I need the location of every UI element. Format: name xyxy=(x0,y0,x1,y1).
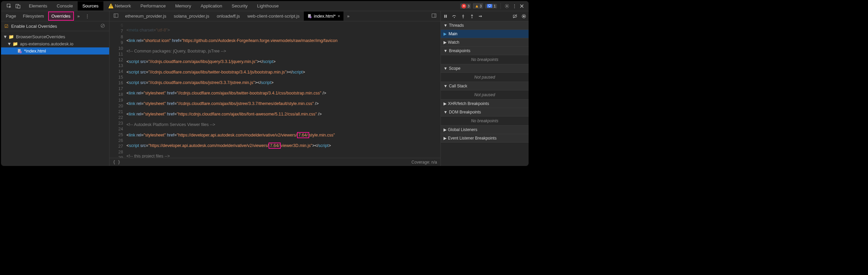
svg-rect-14 xyxy=(446,15,447,18)
chevron-right-icon[interactable]: » xyxy=(75,14,82,19)
svg-point-6 xyxy=(19,51,22,53)
line-gutter: 6789101112131415161718192021222324252627… xyxy=(110,21,126,158)
file-tab-2[interactable]: onloadwff.js xyxy=(213,12,243,21)
svg-point-15 xyxy=(454,17,455,18)
main-area: Page Filesystem Overrides » ⋮ ☑ Enable L… xyxy=(1,11,529,166)
section-scope[interactable]: ▼Scope xyxy=(441,64,529,73)
debugger-panel: ▼Threads ▶Main ▶Watch ▼Breakpoints No br… xyxy=(440,11,529,166)
deactivate-breakpoints-icon[interactable] xyxy=(512,14,518,19)
step-over-icon[interactable] xyxy=(452,14,457,19)
section-label: Watch xyxy=(448,40,459,45)
section-label: XHR/fetch Breakpoints xyxy=(448,101,489,106)
pretty-print-icon[interactable]: { } xyxy=(113,160,120,165)
file-tab-3[interactable]: web-client-content-script.js xyxy=(244,12,303,21)
info-icon: 🗩 xyxy=(487,4,492,8)
chevron-right-icon: ▶ xyxy=(443,127,447,132)
show-debugger-icon[interactable] xyxy=(429,13,439,19)
svg-rect-13 xyxy=(445,15,446,18)
tab-elements[interactable]: Elements xyxy=(24,1,52,10)
svg-point-3 xyxy=(506,5,508,7)
step-into-icon[interactable] xyxy=(460,14,466,19)
more-icon[interactable]: ⋮ xyxy=(512,3,517,9)
section-global[interactable]: ▶Global Listeners xyxy=(441,126,529,134)
clear-icon[interactable] xyxy=(100,23,106,29)
file-tab-0[interactable]: ethereum_provider.js xyxy=(122,12,170,21)
thread-label: Main xyxy=(449,31,457,36)
tab-sources[interactable]: Sources xyxy=(78,1,103,10)
tab-security[interactable]: Security xyxy=(227,1,252,10)
tab-lighthouse[interactable]: Lighthouse xyxy=(252,1,283,10)
expand-icon: ▼ xyxy=(3,34,6,39)
current-thread-icon: ▶ xyxy=(443,31,447,36)
chevron-right-icon: ▶ xyxy=(443,136,447,141)
file-tab-4[interactable]: index.html* × xyxy=(304,12,344,21)
section-xhr[interactable]: ▶XHR/fetch Breakpoints xyxy=(441,100,529,108)
more-options-icon[interactable]: ⋮ xyxy=(82,14,92,19)
svg-rect-11 xyxy=(432,14,436,18)
warning-count: 3 xyxy=(480,4,482,8)
editor-footer: { } Coverage: n/a xyxy=(110,158,440,166)
step-icon[interactable] xyxy=(478,14,484,19)
section-threads[interactable]: ▼Threads xyxy=(441,21,529,30)
nav-tab-overrides[interactable]: Overrides xyxy=(48,12,74,21)
file-tabs: ethereum_provider.js solana_provider.js … xyxy=(110,11,440,21)
tree-folder-root[interactable]: ▼ 📁 BrowserSourceOverrides xyxy=(1,33,109,40)
editor-panel: ethereum_provider.js solana_provider.js … xyxy=(110,11,440,166)
device-toolbar-icon[interactable] xyxy=(15,3,21,9)
chevron-down-icon: ▼ xyxy=(443,110,448,114)
tree-folder-domain[interactable]: ▼ 📁 aps-extensions.autodesk.io xyxy=(1,40,109,47)
separator xyxy=(500,3,501,9)
enable-overrides-label: Enable Local Overrides xyxy=(11,24,98,29)
settings-icon[interactable] xyxy=(504,3,510,9)
section-breakpoints[interactable]: ▼Breakpoints xyxy=(441,47,529,55)
info-count: 1 xyxy=(494,4,496,8)
info-count-badge[interactable]: 🗩1 xyxy=(485,4,497,8)
show-navigator-icon[interactable] xyxy=(111,13,121,19)
chevron-right-icon: ▶ xyxy=(443,40,447,45)
highlighted-version-1: 7.64/ xyxy=(297,132,309,138)
section-eventlistener[interactable]: ▶Event Listener Breakpoints xyxy=(441,134,529,143)
thread-main[interactable]: ▶Main xyxy=(441,30,529,38)
navigator-panel: Page Filesystem Overrides » ⋮ ☑ Enable L… xyxy=(1,11,110,166)
checkbox-checked-icon[interactable]: ☑ xyxy=(4,24,8,29)
enable-overrides-row: ☑ Enable Local Overrides xyxy=(1,21,109,31)
step-out-icon[interactable] xyxy=(469,14,475,19)
tab-memory[interactable]: Memory xyxy=(171,1,196,10)
tab-console[interactable]: Console xyxy=(52,1,78,10)
folder-icon: 📁 xyxy=(13,41,18,46)
error-count-badge[interactable]: ✕3 xyxy=(460,3,471,9)
folder-icon: 📁 xyxy=(8,34,14,39)
file-tab-1[interactable]: solana_provider.js xyxy=(170,12,213,21)
tab-network[interactable]: ⚠️Network xyxy=(103,1,136,10)
file-icon xyxy=(307,14,312,19)
section-watch[interactable]: ▶Watch xyxy=(441,38,529,47)
warning-count-badge[interactable]: ▲3 xyxy=(473,3,483,9)
navigator-tabs: Page Filesystem Overrides » ⋮ xyxy=(1,11,109,21)
expand-icon: ▼ xyxy=(7,41,11,46)
callstack-not-paused: Not paused xyxy=(441,90,529,100)
error-icon: ✕ xyxy=(461,4,466,8)
section-label: Global Listeners xyxy=(448,127,477,132)
error-count: 3 xyxy=(468,4,470,8)
section-dom[interactable]: ▼DOM Breakpoints xyxy=(441,108,529,117)
chevron-right-icon: ▶ xyxy=(443,101,447,106)
nav-tab-page[interactable]: Page xyxy=(2,12,19,21)
file-tab-label: index.html* xyxy=(314,14,336,19)
close-tab-icon[interactable]: × xyxy=(338,14,340,19)
main-tabbar: Elements Console Sources ⚠️Network Perfo… xyxy=(1,1,529,11)
chevron-down-icon: ▼ xyxy=(443,23,448,28)
tree-file-index[interactable]: *index.html xyxy=(1,47,109,55)
chevron-right-icon[interactable]: » xyxy=(344,14,352,19)
pause-icon[interactable] xyxy=(443,14,448,19)
section-label: Event Listener Breakpoints xyxy=(448,136,496,141)
pause-on-exceptions-icon[interactable] xyxy=(521,14,527,19)
section-callstack[interactable]: ▼Call Stack xyxy=(441,82,529,90)
dom-no-breakpoints: No breakpoints xyxy=(441,117,529,126)
close-devtools-icon[interactable] xyxy=(519,3,525,9)
code-editor[interactable]: 6789101112131415161718192021222324252627… xyxy=(110,21,440,158)
tab-application[interactable]: Application xyxy=(196,1,227,10)
nav-tab-filesystem[interactable]: Filesystem xyxy=(19,12,47,21)
tab-performance[interactable]: Performance xyxy=(136,1,170,10)
inspect-element-icon[interactable] xyxy=(6,3,12,9)
no-breakpoints-msg: No breakpoints xyxy=(441,55,529,64)
